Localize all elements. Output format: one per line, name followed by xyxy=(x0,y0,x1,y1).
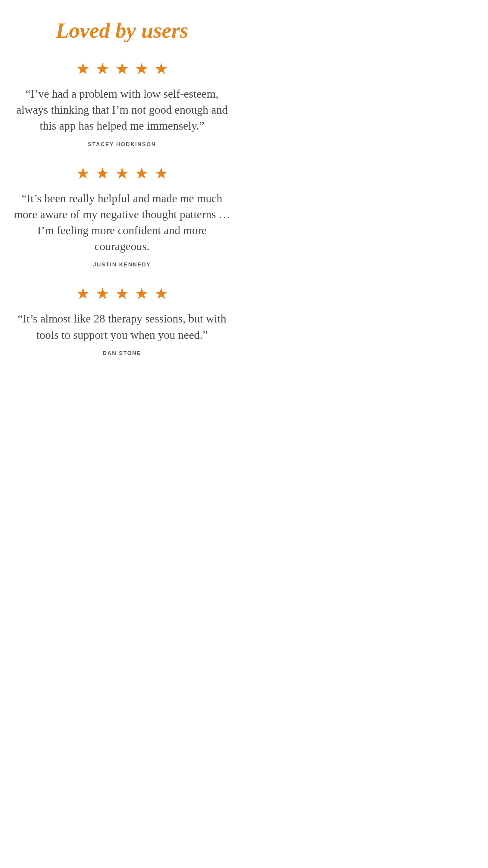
review-text-2: “It’s been really helpful and made me mu… xyxy=(13,190,230,255)
reviewer-name-3: DAN STONE xyxy=(103,350,141,356)
review-text-3: “It’s almost like 28 therapy sessions, b… xyxy=(13,311,230,343)
star-icon: ★ xyxy=(154,166,168,181)
reviews-container: ★ ★ ★ ★ ★ “I’ve had a problem with low s… xyxy=(13,61,230,375)
reviewer-name-1: STACEY HODKINSON xyxy=(88,141,156,148)
star-icon: ★ xyxy=(76,61,90,77)
star-icon: ★ xyxy=(135,166,149,181)
star-icon: ★ xyxy=(135,286,149,302)
review-block-1: ★ ★ ★ ★ ★ “I’ve had a problem with low s… xyxy=(13,61,230,148)
stars-1: ★ ★ ★ ★ ★ xyxy=(76,61,168,77)
review-block-3: ★ ★ ★ ★ ★ “It’s almost like 28 therapy s… xyxy=(13,286,230,356)
stars-2: ★ ★ ★ ★ ★ xyxy=(76,166,168,181)
star-icon: ★ xyxy=(154,61,168,77)
star-icon: ★ xyxy=(154,286,168,302)
review-block-2: ★ ★ ★ ★ ★ “It’s been really helpful and … xyxy=(13,166,230,268)
star-icon: ★ xyxy=(115,286,129,302)
star-icon: ★ xyxy=(115,166,129,181)
reviewer-name-2: JUSTIN KENNEDY xyxy=(93,261,151,268)
star-icon: ★ xyxy=(135,61,149,77)
review-text-1: “I’ve had a problem with low self-esteem… xyxy=(13,86,230,134)
star-icon: ★ xyxy=(96,61,110,77)
stars-3: ★ ★ ★ ★ ★ xyxy=(76,286,168,302)
star-icon: ★ xyxy=(115,61,129,77)
page-title: Loved by users xyxy=(56,18,188,43)
star-icon: ★ xyxy=(96,286,110,302)
star-icon: ★ xyxy=(76,166,90,181)
star-icon: ★ xyxy=(96,166,110,181)
star-icon: ★ xyxy=(76,286,90,302)
